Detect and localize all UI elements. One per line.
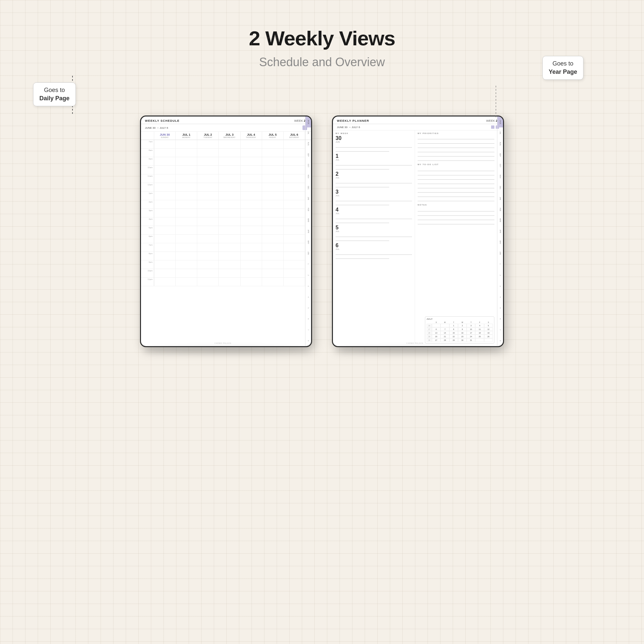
day-header-4: JUL 4 THURSDAY: [241, 132, 262, 140]
my-todo-label: MY TO-DO LIST: [418, 163, 494, 165]
day-header-5: JUL 5 FRIDAY: [262, 132, 284, 140]
day-entry-4: 4 JUL: [336, 207, 412, 223]
schedule-title: WEEKLY SCHEDULE: [145, 119, 180, 122]
left-tablet: WEEKLY SCHEDULE WEEK 26 JUNE 30 → JULY 6…: [140, 115, 312, 347]
day-entry-6: 6 JUL: [336, 243, 412, 259]
tooltip-daily: Goes to Daily Page: [33, 82, 76, 106]
date-range-left: JUNE 30 → JULY 6: [145, 126, 168, 129]
day-entry-3: 3 JUL: [336, 189, 412, 205]
day-header-3: JUL 3 WEDNESDAY: [219, 132, 240, 140]
day-header-1: JUL 1 MONDAY: [176, 132, 197, 140]
tooltip-year: Goes to Year Page: [542, 56, 583, 80]
my-week-label: MY WEEK: [336, 132, 412, 134]
planner-title: WEEKLY PLANNER: [337, 119, 369, 122]
planner-date: JUNE 30 → JULY 6: [337, 126, 360, 129]
right-tablet: WEEKLY PLANNER WEEK 26 JUNE 30 → JULY 6 …: [332, 115, 504, 347]
my-priorities-label: MY PRIORITIES: [418, 132, 494, 134]
day-header-6: JUL 6 SATURDAY: [284, 132, 305, 140]
day-header-2: JUL 2 TUESDAY: [197, 132, 219, 140]
page-title: 2 Weekly Views: [0, 0, 644, 50]
planner-icon-1: [491, 125, 494, 129]
watermark-right: CARMO PALACE: [333, 342, 497, 344]
notes-label: NOTES: [418, 204, 494, 206]
day-entry-2: 2 JUL: [336, 171, 412, 187]
tooltip-year-line: [496, 86, 496, 119]
day-entry-1: 1 JUL: [336, 154, 412, 169]
day-entry-0: 30 JUN: [336, 136, 412, 152]
watermark-left: CARMO PALACE: [141, 342, 305, 344]
day-header-0: JUN 30 SUNDAY: [154, 132, 176, 140]
day-entry-5: 5 JUL: [336, 225, 412, 241]
mini-calendar: JULY S M T W T F S 26 1 2 3: [425, 316, 494, 344]
